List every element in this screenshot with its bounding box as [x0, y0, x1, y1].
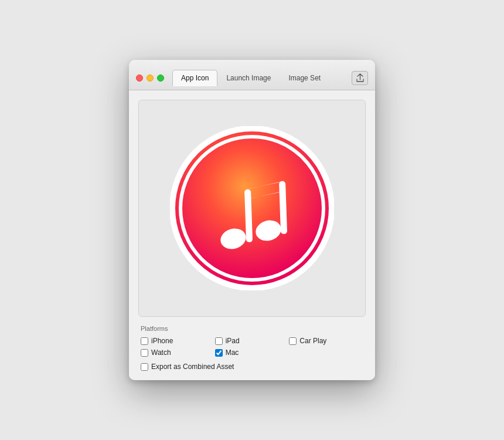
titlebar: App Icon Launch Image Image Set — [129, 60, 375, 90]
share-button[interactable] — [352, 71, 368, 85]
main-window: App Icon Launch Image Image Set — [129, 60, 375, 380]
watch-checkbox[interactable] — [141, 349, 148, 357]
mac-checkbox[interactable] — [215, 349, 223, 357]
iphone-checkbox[interactable] — [141, 337, 148, 345]
tab-launch-image[interactable]: Launch Image — [217, 70, 280, 86]
platforms-grid: iPhone iPad Car Play Watch — [141, 337, 363, 357]
minimize-button[interactable] — [147, 75, 154, 82]
traffic-lights — [136, 75, 164, 82]
tab-bar: App Icon Launch Image Image Set — [172, 70, 329, 86]
platform-mac[interactable]: Mac — [215, 348, 290, 357]
platform-watch[interactable]: Watch — [141, 348, 215, 357]
platforms-label: Platforms — [141, 325, 363, 332]
platforms-section: Platforms iPhone iPad Car Play — [138, 325, 366, 371]
content-area: Platforms iPhone iPad Car Play — [129, 90, 375, 380]
platform-carplay[interactable]: Car Play — [289, 337, 363, 345]
app-icon-preview — [170, 126, 334, 290]
export-checkbox[interactable] — [141, 363, 148, 371]
export-combined-asset[interactable]: Export as Combined Asset — [141, 363, 363, 371]
share-icon — [356, 73, 364, 83]
tab-image-set[interactable]: Image Set — [280, 70, 329, 86]
tab-app-icon[interactable]: App Icon — [172, 70, 217, 86]
icon-preview-area — [138, 100, 366, 317]
platform-iphone[interactable]: iPhone — [141, 337, 215, 345]
platform-ipad[interactable]: iPad — [215, 337, 290, 345]
close-button[interactable] — [136, 75, 143, 82]
carplay-checkbox[interactable] — [289, 337, 297, 345]
maximize-button[interactable] — [157, 75, 164, 82]
ipad-checkbox[interactable] — [215, 337, 223, 345]
